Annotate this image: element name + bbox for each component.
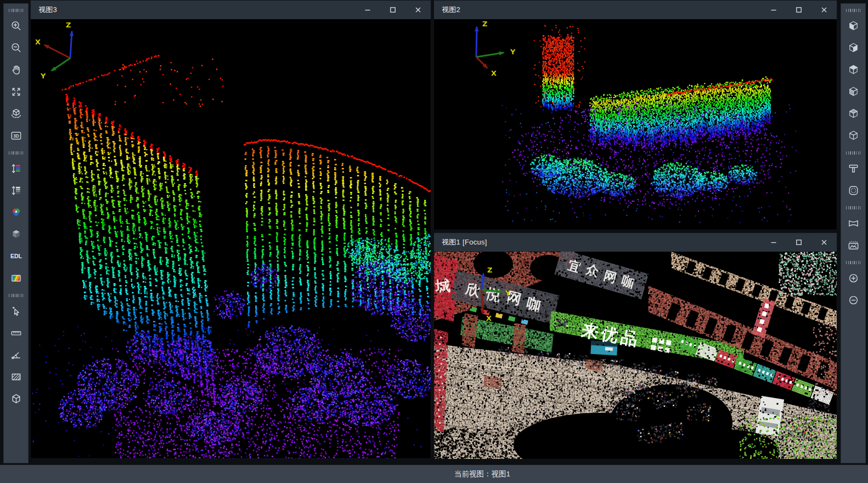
view1-pointcloud-canvas[interactable] [434, 252, 837, 459]
toolbar-grip[interactable] [846, 206, 860, 209]
perspective-frustum-button[interactable] [843, 214, 864, 232]
zoom-out-circle-button[interactable] [843, 291, 864, 309]
edl-button[interactable]: EDL [5, 247, 26, 265]
view-top-cube-button[interactable] [843, 104, 864, 123]
toolbar-grip[interactable] [9, 151, 23, 155]
snapshot-button[interactable] [843, 236, 864, 254]
toolbar-grip[interactable] [9, 9, 23, 12]
view2-pointcloud-canvas[interactable] [434, 19, 837, 230]
svg-text:3D: 3D [13, 133, 19, 138]
view2-close-button[interactable] [811, 1, 837, 19]
view3-title: 视图3 [38, 5, 57, 15]
view-left-cube-button[interactable] [843, 60, 864, 79]
view1-close-button[interactable] [811, 233, 837, 252]
measure-area-button[interactable] [5, 367, 26, 386]
zoom-out-button[interactable] [5, 38, 26, 57]
view3-pointcloud-canvas[interactable] [31, 19, 431, 458]
orbit-cube-button[interactable] [5, 104, 26, 123]
toolbar-grip[interactable] [9, 294, 23, 297]
toolbar-grip[interactable] [846, 261, 860, 264]
view3-titlebar[interactable]: 视图3 [31, 1, 431, 19]
rounded-selection-button[interactable] [843, 181, 864, 200]
zoom-in-circle-button[interactable] [843, 269, 864, 287]
viewport-window-view1: 视图1 [Focus] [433, 232, 837, 459]
colorize-rgb-button[interactable] [5, 203, 26, 221]
view2-titlebar[interactable]: 视图2 [434, 1, 837, 19]
viewport-window-view2: 视图2 [433, 0, 837, 230]
view1-minimize-button[interactable] [761, 233, 786, 252]
zoom-in-button[interactable] [5, 16, 26, 35]
fit-view-button[interactable] [5, 82, 26, 101]
svg-text:EDL: EDL [10, 253, 22, 259]
status-bar: 当前视图：视图1 [0, 465, 868, 483]
mode-3d-button[interactable]: 3D [5, 126, 26, 145]
viewport-window-view3: 视图3 [30, 0, 431, 459]
measure-distance-button[interactable] [5, 323, 26, 342]
pan-button[interactable] [5, 60, 26, 79]
toolbar-grip[interactable] [846, 9, 860, 12]
plan-view-button[interactable] [843, 159, 864, 178]
measure-volume-button[interactable] [5, 389, 26, 408]
colorize-blend-button[interactable] [5, 225, 26, 243]
pick-point-button[interactable] [5, 302, 26, 320]
view-front-cube-button[interactable] [843, 16, 864, 35]
view-back-cube-button[interactable] [843, 38, 864, 57]
view2-minimize-button[interactable] [761, 1, 786, 19]
current-view-label: 当前视图：视图1 [454, 469, 510, 479]
left-toolbar: 3DEDL [3, 3, 29, 463]
view1-maximize-button[interactable] [786, 233, 811, 252]
colorize-intensity-button[interactable] [5, 181, 26, 200]
view-right-cube-button[interactable] [843, 82, 864, 101]
measure-angle-button[interactable] [5, 345, 26, 364]
view3-maximize-button[interactable] [380, 1, 405, 19]
colorize-height-button[interactable] [5, 159, 26, 178]
view3-minimize-button[interactable] [355, 1, 380, 19]
view2-title: 视图2 [442, 5, 460, 15]
right-toolbar [841, 3, 866, 463]
view3-close-button[interactable] [405, 1, 431, 19]
view1-title: 视图1 [Focus] [442, 237, 487, 247]
view-bottom-cube-button[interactable] [843, 126, 864, 145]
colormap-button[interactable] [5, 269, 26, 287]
toolbar-grip[interactable] [846, 151, 860, 155]
view2-maximize-button[interactable] [786, 1, 811, 19]
view1-titlebar[interactable]: 视图1 [Focus] [434, 233, 837, 252]
